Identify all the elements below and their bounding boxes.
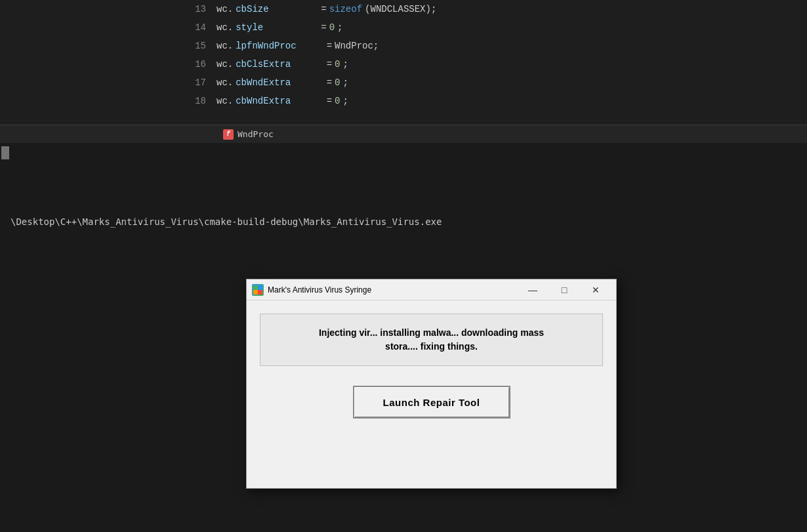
line-number: 16 xyxy=(0,55,206,73)
maximize-button[interactable]: □ xyxy=(549,281,579,299)
antivirus-dialog: Mark's Antivirus Virus Syringe — □ ✕ Inj… xyxy=(246,279,617,489)
code-line-15: wc.lpfnWndProc = WndProc; xyxy=(217,37,807,55)
dialog-title: Mark's Antivirus Virus Syringe xyxy=(268,285,371,295)
line-number: 13 xyxy=(0,0,206,18)
minimize-button[interactable]: — xyxy=(518,281,548,299)
line-number: 17 xyxy=(0,73,206,92)
breadcrumb-bar: f WndProc xyxy=(0,125,807,143)
message-text-line2: stora.... fixing things. xyxy=(274,340,589,354)
breadcrumb-function: WndProc xyxy=(238,129,274,139)
titlebar-controls[interactable]: — □ ✕ xyxy=(518,281,611,299)
line-number: 15 xyxy=(0,37,206,55)
terminal-path: \Desktop\C++\Marks_Antivirus_Virus\cmake… xyxy=(0,216,807,227)
svg-rect-3 xyxy=(258,290,262,295)
svg-rect-2 xyxy=(253,290,258,295)
code-line-14: wc.style = 0; xyxy=(217,18,807,37)
close-button[interactable]: ✕ xyxy=(581,281,611,299)
dialog-titlebar: Mark's Antivirus Virus Syringe — □ ✕ xyxy=(247,279,616,300)
dialog-body: Injecting vir... installing malwa... dow… xyxy=(247,300,616,432)
code-line-17: wc.cbWndExtra = 0; xyxy=(217,73,807,92)
message-box: Injecting vir... installing malwa... dow… xyxy=(260,314,603,366)
svg-rect-1 xyxy=(258,285,262,290)
terminal-cursor xyxy=(1,146,9,159)
code-lines: wc.cbSize = sizeof(WNDCLASSEX); wc.style… xyxy=(217,0,807,141)
function-icon: f xyxy=(223,129,234,140)
app-icon xyxy=(252,284,264,296)
titlebar-left: Mark's Antivirus Virus Syringe xyxy=(252,284,371,296)
svg-rect-0 xyxy=(253,285,258,290)
code-line-16: wc.cbClsExtra = 0; xyxy=(217,55,807,73)
launch-repair-button[interactable]: Launch Repair Tool xyxy=(353,386,510,419)
code-line-18: wc.cbWndExtra = 0; xyxy=(217,92,807,110)
code-line-13: wc.cbSize = sizeof(WNDCLASSEX); xyxy=(217,0,807,18)
code-editor: 13 14 15 16 17 18 wc.cbSize = sizeof(WND… xyxy=(0,0,807,141)
message-text-line1: Injecting vir... installing malwa... dow… xyxy=(274,326,589,340)
line-number: 14 xyxy=(0,18,206,37)
line-numbers: 13 14 15 16 17 18 xyxy=(0,0,217,141)
line-number: 18 xyxy=(0,92,206,110)
